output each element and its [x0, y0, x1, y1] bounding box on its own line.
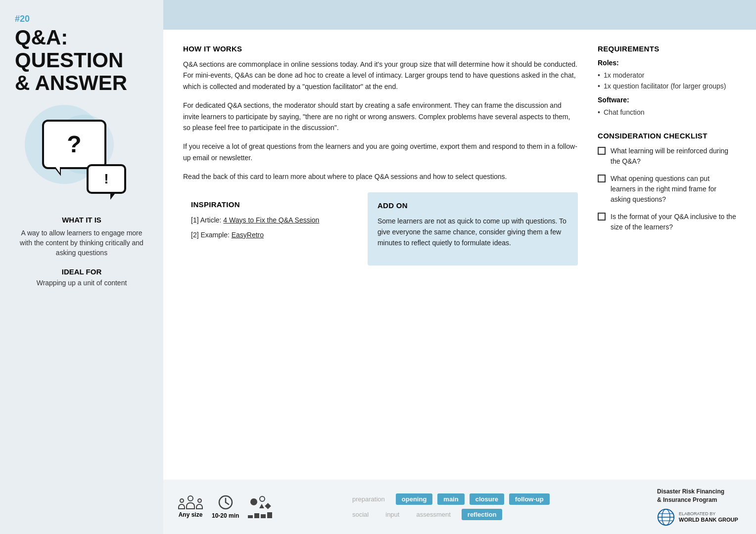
- inspiration-link-2[interactable]: EasyRetro: [232, 231, 264, 239]
- worldbank-globe-icon: [657, 508, 675, 526]
- checklist-item-2-text: What opening questions can put learners …: [611, 174, 736, 205]
- what-it-is-section: WHAT IT IS A way to allow learners to en…: [15, 216, 148, 258]
- drfip-text: Disaster Risk Financing & Insurance Prog…: [657, 488, 724, 504]
- content-area: HOW IT WORKS Q&A sections are commonplac…: [163, 0, 756, 534]
- triangle-shape: [259, 504, 264, 508]
- roles-label: Roles:: [598, 59, 736, 67]
- software-item-1: Chat function: [598, 107, 736, 118]
- bar-1: [248, 515, 253, 518]
- worldbank-logo: ELABORATED BY WORLD BANK GROUP: [657, 508, 738, 526]
- footer: Any size 10-20 min: [163, 480, 756, 534]
- inspiration-section: INSPIRATION [1] Article: 4 Ways to Fix t…: [183, 192, 358, 266]
- footer-center: preparation opening main closure follow-…: [327, 493, 647, 520]
- what-it-is-label: WHAT IT IS: [15, 216, 148, 224]
- checklist-item-3: Is the format of your Q&A inclusive to t…: [598, 212, 736, 232]
- checklist-item-1-text: What learning will be reinforced during …: [611, 146, 736, 167]
- content-inner: HOW IT WORKS Q&A sections are commonplac…: [163, 30, 756, 480]
- diamond-shape: [265, 503, 271, 509]
- people-icon: [178, 495, 203, 509]
- complexity-item: [248, 496, 272, 518]
- inspiration-title: INSPIRATION: [191, 200, 350, 209]
- checklist-item-2: What opening questions can put learners …: [598, 174, 736, 205]
- footer-right: Disaster Risk Financing & Insurance Prog…: [647, 488, 756, 526]
- clock-icon: [218, 494, 234, 510]
- checkbox-2[interactable]: [598, 175, 606, 182]
- inspiration-link-1[interactable]: 4 Ways to Fix the Q&A Session: [223, 216, 319, 224]
- bar-4: [267, 512, 272, 518]
- role-item-2: 1x question facilitator (for larger grou…: [598, 81, 736, 91]
- ideal-for-desc: Wrapping up a unit of content: [15, 279, 148, 287]
- person-icon-3: [196, 498, 203, 509]
- tag-reflection: reflection: [462, 509, 503, 520]
- main-content: HOW IT WORKS Q&A sections are commonplac…: [183, 44, 578, 480]
- svg-line-2: [226, 502, 229, 504]
- person-icon-2: [186, 495, 195, 509]
- right-column: REQUIREMENTS Roles: 1x moderator 1x ques…: [598, 44, 736, 480]
- add-on-section: ADD ON Some learners are not as quick to…: [368, 192, 578, 266]
- worldbank-text: ELABORATED BY WORLD BANK GROUP: [679, 511, 738, 523]
- tag-social: social: [346, 509, 375, 520]
- person-icon-1: [178, 498, 185, 509]
- card-number: #20: [15, 14, 30, 24]
- bar-2: [254, 513, 259, 518]
- ideal-for-section: IDEAL FOR Wrapping up a unit of content: [15, 267, 148, 287]
- complexity-shapes: [250, 496, 270, 508]
- ideal-for-label: IDEAL FOR: [15, 267, 148, 276]
- how-it-works-para4: Read the back of this card to learn more…: [183, 171, 578, 182]
- inspiration-item-1-num: [1] Article:: [191, 216, 223, 224]
- card-illustration: ? !: [15, 110, 148, 199]
- how-it-works-para3: If you receive a lot of great questions …: [183, 141, 578, 163]
- add-on-title: ADD ON: [378, 201, 568, 210]
- inspiration-item-2-num: [2] Example:: [191, 231, 232, 239]
- tag-follow-up: follow-up: [509, 493, 550, 505]
- card-title: Q&A: QUESTION & ANSWER: [15, 26, 127, 95]
- what-it-is-desc: A way to allow learners to engage more w…: [15, 228, 148, 258]
- how-it-works-para2: For dedicated Q&A sections, the moderato…: [183, 100, 578, 133]
- time-item: 10-20 min: [212, 494, 239, 519]
- exclaim-bubble-icon: !: [87, 164, 126, 194]
- checkbox-1[interactable]: [598, 147, 606, 155]
- checklist-section: CONSIDERATION CHECKLIST What learning wi…: [598, 132, 736, 232]
- inspiration-item-1: [1] Article: 4 Ways to Fix the Q&A Sessi…: [191, 215, 350, 225]
- circle-shape: [250, 498, 257, 505]
- checklist-item-1: What learning will be reinforced during …: [598, 146, 736, 167]
- time-label: 10-20 min: [212, 512, 239, 519]
- wb-group-label: WORLD BANK GROUP: [679, 516, 738, 523]
- bar-chart-icon: [248, 512, 272, 518]
- group-size-item: Any size: [178, 495, 203, 518]
- requirements-title: REQUIREMENTS: [598, 44, 736, 53]
- how-it-works-title: HOW IT WORKS: [183, 44, 578, 53]
- size-label: Any size: [179, 511, 203, 518]
- role-item-1: 1x moderator: [598, 70, 736, 81]
- elaborated-by-label: ELABORATED BY: [679, 511, 738, 516]
- question-bubble-icon: ?: [42, 120, 106, 169]
- tags-row-1: preparation opening main closure follow-…: [346, 493, 550, 505]
- bottom-row: INSPIRATION [1] Article: 4 Ways to Fix t…: [183, 192, 578, 266]
- tag-main: main: [437, 493, 464, 505]
- tag-input: input: [379, 509, 405, 520]
- software-label: Software:: [598, 96, 736, 104]
- top-blue-bar: [163, 0, 756, 30]
- tag-closure: closure: [470, 493, 504, 505]
- checklist-item-3-text: Is the format of your Q&A inclusive to t…: [611, 212, 736, 232]
- checkbox-3[interactable]: [598, 213, 606, 221]
- tag-opening: opening: [396, 493, 433, 505]
- add-on-text: Some learners are not as quick to come u…: [378, 216, 568, 249]
- checklist-title: CONSIDERATION CHECKLIST: [598, 132, 736, 140]
- main-layout: #20 Q&A: QUESTION & ANSWER ? ! WHAT IT I…: [0, 0, 756, 534]
- sidebar: #20 Q&A: QUESTION & ANSWER ? ! WHAT IT I…: [0, 0, 163, 534]
- inspiration-item-2: [2] Example: EasyRetro: [191, 229, 350, 240]
- tag-assessment: assessment: [410, 509, 456, 520]
- footer-left: Any size 10-20 min: [163, 494, 327, 519]
- how-it-works-para1: Q&A sections are commonplace in online s…: [183, 59, 578, 92]
- tags-row-2: social input assessment reflection: [346, 509, 502, 520]
- bar-3: [261, 514, 266, 518]
- requirements-section: REQUIREMENTS Roles: 1x moderator 1x ques…: [598, 44, 736, 118]
- tag-preparation: preparation: [346, 493, 391, 505]
- circle-outline-shape: [259, 496, 265, 502]
